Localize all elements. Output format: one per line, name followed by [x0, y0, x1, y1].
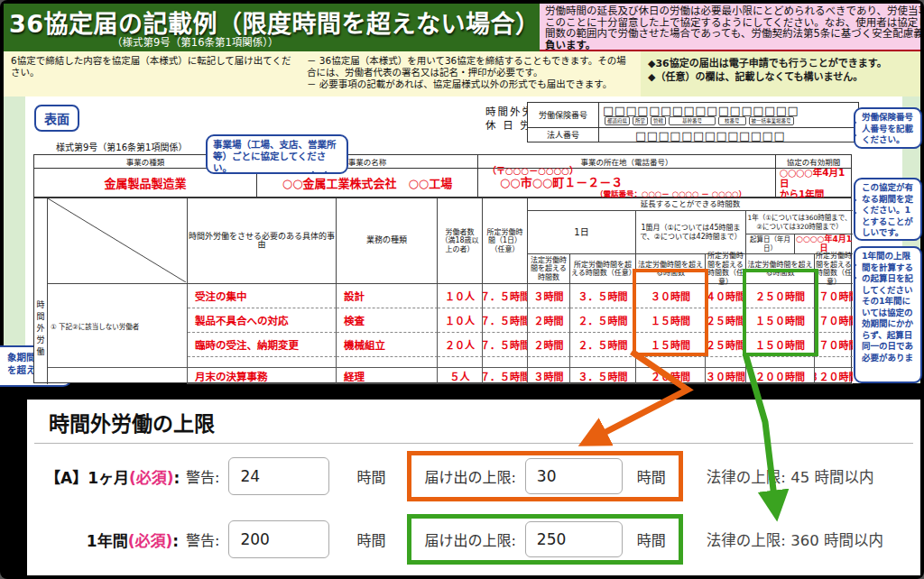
header-reason: 時間外労働をさせる必要のある具体的事由: [188, 198, 337, 284]
diagonal-header-cell: [48, 198, 188, 284]
cell-month-sched: ２５時間: [706, 308, 746, 333]
header-start-date: 起算日（年月日）: [746, 234, 795, 254]
document-example: 36協定届の記載例（限度時間を超えない場合） （様式第9号（第16条第1項関係）…: [4, 4, 920, 383]
yearly-warning-input[interactable]: [228, 520, 329, 558]
callout-insurance: 労働保険番号 人番号を記載 ください。: [854, 107, 922, 149]
cell-work: 機械組立: [337, 333, 438, 357]
report-limit-label: 届け出の上限:: [424, 528, 515, 550]
screenshot-root: 36協定届の記載例（限度時間を超えない場合） （様式第9号（第16条第1項関係）…: [0, 0, 924, 579]
form-area: 表面 様式第9号（第16条第1項関係） 事業場（工場、支店、営業所等）ごとに協定…: [4, 96, 920, 383]
worker-group-label: ① 下記②に該当しない労働者: [48, 284, 188, 368]
warning-label: 警告:: [186, 528, 219, 550]
cell-day-sched: ２．５時間: [570, 308, 636, 333]
overtime-table: 時間外労働 時間外労働をさせる必要のある具体的事由 業務の種類 労働者数（満18…: [33, 198, 852, 383]
cell-month-sched: ３０時間: [706, 368, 746, 384]
report-limit-label: 届け出の上限:: [424, 465, 515, 487]
yearly-limit-row: 1年間(必須): 警告: 時間 届け出の上限: 時間 法律の上限: 360 時間…: [45, 513, 913, 565]
cell-year-legal: ２００時間: [746, 368, 815, 384]
cell-day-legal: ２時間: [528, 308, 570, 333]
subheader-scheduled: 所定労働時間を超える時間数（任意）: [706, 254, 746, 284]
cell-month-sched: ４０時間: [706, 284, 746, 308]
note-left: 6協定で締結した内容を協定届（本様式）に転記して届け出てください。: [4, 51, 300, 96]
header-extendable: 延長することができる時間数: [528, 198, 853, 211]
hours-unit: 時間: [356, 465, 385, 487]
header-workers: 労働者数（満18歳以上の者）: [438, 198, 483, 284]
monthly-limit-row: 【A】1ヶ月(必須): 警告: 時間 届け出の上限: 時間 法律の上限: 45 …: [45, 450, 913, 502]
document-header-bar: 36協定届の記載例（限度時間を超えない場合） （様式第9号（第16条第1項関係）…: [4, 4, 920, 51]
cell-workers: [438, 357, 483, 368]
cell-year-sched: ３７０時間: [815, 284, 853, 308]
year-limit-highlight-frame: [743, 269, 818, 356]
cell-work: 設計: [337, 284, 438, 308]
note-right-line: ◆36協定の届出は電子申請でも行うことができます。: [648, 57, 913, 70]
form-number: 様式第9号（第16条第1項関係）: [56, 140, 187, 153]
panel-divider: [34, 443, 913, 444]
note-middle-line: － 36協定届（本様式）を用いて36協定を締結することもできます。その場合には、…: [307, 55, 633, 78]
yearly-legal-limit: 法律の上限: 360 時間以内: [707, 528, 883, 550]
hours-unit: 時間: [637, 465, 666, 487]
front-side-badge: 表面: [34, 105, 79, 132]
cell-scheduled: ７．５時間: [483, 308, 528, 333]
hours-unit: 時間: [356, 528, 385, 550]
note-right-line: ◆（任意）の欄は、記載しなくても構いません。: [648, 70, 913, 84]
header-scheduled-hours: 所定労働時間（1日）（任意）: [483, 198, 528, 284]
overtime-rows: ① 下記②に該当しない労働者 受注の集中 設計 １０人 ７．５時間 ３時間 ３．…: [48, 284, 853, 384]
cell-day-sched: [570, 357, 636, 368]
insurance-sublabels: 都道府県 所掌 管轄 基幹番号 枝番号 被一括事業場番号: [599, 116, 802, 127]
validity-value: ○○○○年4月1日 から1年間: [776, 169, 851, 197]
cell-year-sched: ２７０時間: [815, 308, 853, 333]
cell-work: 経理: [337, 368, 438, 384]
left-margin: [4, 96, 25, 383]
cell-reason: [188, 357, 337, 368]
yearly-label: 1年間(必須):: [45, 528, 179, 551]
cell-day-sched: ３．５時間: [570, 368, 636, 384]
cell-day-legal: ３時間: [528, 368, 570, 384]
cell-work: [337, 357, 438, 368]
notice-line: 間数の範囲内で労働させた場合であっても、労働契約法第5条に基づく安全配慮義: [545, 28, 920, 40]
cell-scheduled: ７．５時間: [483, 333, 528, 357]
notes-band: 6協定で締結した内容を協定届（本様式）に転記して届け出てください。 － 36協定…: [4, 51, 920, 96]
cell-month-sched: [706, 357, 746, 368]
cell-scheduled: ７．５時間: [483, 368, 528, 384]
cell-month-sched: ２５時間: [706, 333, 746, 357]
hours-unit: 時間: [637, 528, 666, 550]
callout-tail: [312, 165, 328, 174]
panel-title: 時間外労働の上限: [49, 407, 215, 437]
cell-year-sched: [815, 357, 853, 368]
monthly-warning-input[interactable]: [228, 457, 329, 495]
overtime-limit-panel: 時間外労働の上限 【A】1ヶ月(必須): 警告: 時間 届け出の上限: 時間 法…: [27, 400, 920, 575]
note-middle-line: － 必要事項の記載があれば、協定届様式以外の形式でも届出できます。: [307, 78, 633, 90]
cell-scheduled: ７．５時間: [483, 284, 528, 308]
corporate-number-boxes: □□□□□□□□□□□□□: [599, 128, 789, 142]
cell-workers: ２０人: [438, 333, 483, 357]
notice-line: 労働時間の延長及び休日の労働は必要最小限にとどめられるべきであり、労使当事: [545, 5, 920, 17]
business-address-value: （〒○○○－○○○○） ○○市○○町１－２－３ （電話番号：○○○－ ○○○○ …: [478, 169, 776, 197]
month-limit-highlight-frame: [633, 269, 708, 356]
cell-workers: １０人: [438, 308, 483, 333]
callout-start-date: 1年間の上限 間を計算する の起算日を記 してください その1年間に いては協定…: [854, 246, 922, 383]
cell-month-legal: [636, 357, 706, 368]
note-middle: － 36協定届（本様式）を用いて36協定を締結することもできます。その場合には、…: [300, 51, 641, 96]
cell-workers: ５人: [438, 368, 483, 384]
cell-day-legal: ２時間: [528, 333, 570, 357]
overtime-vertical-label: 時間外労働: [34, 198, 48, 384]
cell-reason: 受注の集中: [188, 284, 337, 308]
header-one-month: 1箇月（①については45時間まで、②については42時間まで）: [636, 211, 746, 254]
insurance-number-label: 労働保険番号: [528, 103, 599, 127]
monthly-report-limit-frame: 届け出の上限: 時間: [407, 451, 682, 501]
cell-reason: 月末の決算事務: [188, 368, 337, 384]
monthly-report-limit-input[interactable]: [525, 458, 623, 494]
cell-day-legal: ３時間: [528, 284, 570, 308]
business-info-table: 事業の種類 事業の名称 事業の所在地（電話番号） 協定の有効期間 金属製品製造業…: [33, 154, 852, 198]
yearly-report-limit-frame: 届け出の上限: 時間: [407, 514, 682, 565]
notice-box: 労働時間の延長及び休日の労働は必要最小限にとどめられるべきであり、労使当事 この…: [540, 4, 920, 51]
header-work-type: 業務の種類: [337, 198, 438, 284]
cell-day-sched: ２．５時間: [570, 333, 636, 357]
corporate-number-label: 法人番号: [528, 128, 599, 142]
callout-validity: この協定が有 なる期間を定 ください。1 とすることが しいです。: [854, 178, 922, 241]
cell-work: 検査: [337, 308, 438, 333]
monthly-legal-limit: 法律の上限: 45 時間以内: [707, 465, 874, 487]
callout-office: 事業場（工場、支店、営業所等）ごとに協定してください。: [206, 134, 348, 174]
yearly-report-limit-input[interactable]: [525, 521, 623, 557]
document-subtitle: （様式第9号（第16条第1項関係））: [112, 34, 279, 49]
